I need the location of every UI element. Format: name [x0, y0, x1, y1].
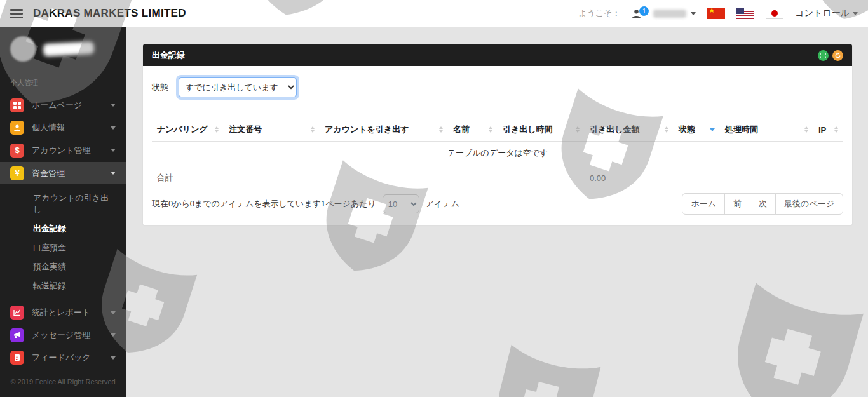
sidebar-item-label: 資金管理: [32, 168, 65, 179]
column-header-processing-time[interactable]: 処理時間: [720, 118, 813, 142]
sidebar-section-label: 个人管理: [0, 69, 126, 94]
column-header-name[interactable]: 名前: [448, 118, 498, 142]
chevron-down-icon: [111, 356, 116, 360]
sort-icon: [489, 126, 492, 133]
sort-desc-active-icon: [710, 128, 715, 131]
avatar: [10, 36, 36, 62]
welcome-label: ようこそ：: [578, 8, 620, 19]
hamburger-menu-icon[interactable]: [10, 9, 23, 18]
controls-dropdown[interactable]: コントロール: [795, 8, 858, 19]
table-empty-row: テーブルのデータは空です: [152, 142, 843, 165]
sort-icon: [834, 126, 838, 133]
empty-table-message: テーブルのデータは空です: [152, 142, 843, 165]
column-header-order-number[interactable]: 注文番号: [224, 118, 320, 142]
brand-title: DAKRAS MARKETS LIMITED: [33, 7, 186, 20]
column-header-ip[interactable]: IP: [813, 118, 843, 142]
username-redacted: [653, 10, 686, 18]
total-amount: 0.00: [585, 165, 674, 191]
status-filter-label: 状態: [152, 82, 168, 93]
submenu-item-deposit-results[interactable]: 預金実績: [0, 257, 126, 276]
refresh-icon[interactable]: [832, 50, 843, 61]
chevron-down-icon: [111, 104, 116, 107]
sort-icon: [439, 126, 443, 133]
china-flag[interactable]: ★: [707, 8, 725, 19]
dollar-icon: $: [10, 144, 24, 158]
user-icon: [10, 121, 24, 135]
chevron-down-icon: [111, 311, 116, 314]
sidebar-item-label: 統計とレポート: [32, 307, 90, 318]
sidebar-item-label: フィードバック: [32, 352, 91, 363]
profile-name-redacted: [43, 41, 95, 57]
sidebar-item-label: ホームページ: [32, 100, 82, 111]
chevron-down-icon: [111, 149, 116, 152]
sidebar-item-statistics-reports[interactable]: 統計とレポート: [0, 301, 126, 324]
submenu-item-transfer-records[interactable]: 転送記録: [0, 276, 126, 295]
notification-badge: 1: [639, 6, 649, 16]
navbar-right: ようこそ： 1 ★ コントロール: [578, 8, 858, 19]
column-header-numbering[interactable]: ナンバリング: [152, 118, 224, 142]
user-menu[interactable]: 1: [632, 9, 696, 18]
status-filter-select[interactable]: すでに引き出しています: [179, 77, 297, 97]
pagination-row: 現在0から0までのアイテムを表示しています1ページあたり 10 アイテム ホーム…: [152, 193, 843, 215]
next-page-button[interactable]: 次: [750, 193, 776, 215]
sidebar-item-account-management[interactable]: $ アカウント管理: [0, 139, 126, 162]
last-page-button[interactable]: 最後のページ: [775, 193, 843, 215]
sort-icon: [215, 126, 219, 133]
copyright-text: © 2019 Fenice All Right Reserved: [0, 369, 126, 397]
main-content: 出金記録 状態 すでに引き出しています: [126, 27, 868, 397]
submenu-item-account-deposit[interactable]: 口座預金: [0, 238, 126, 257]
sidebar-item-label: メッセージ管理: [32, 330, 90, 341]
chevron-down-icon: [111, 172, 116, 175]
expand-icon[interactable]: [818, 50, 829, 61]
page-size-select[interactable]: 10: [383, 194, 419, 213]
chevron-down-icon: [111, 333, 116, 337]
withdrawal-records-table: ナンバリング 注文番号 アカウントを引き出す 名前 引き出し時間 引き出し金額 …: [152, 118, 843, 191]
status-filter-row: 状態 すでに引き出しています: [152, 77, 843, 97]
withdrawal-records-panel: 出金記録 状態 すでに引き出しています: [143, 44, 852, 225]
japan-flag[interactable]: [766, 8, 783, 19]
panel-body: 状態 すでに引き出しています ナンバリング 注文番号 アカウントを: [143, 66, 852, 225]
chart-icon: [10, 306, 24, 320]
yen-icon: ¥: [10, 166, 24, 180]
chevron-down-icon: [853, 12, 858, 15]
chevron-down-icon: [111, 126, 116, 130]
column-header-withdrawal-time[interactable]: 引き出し時間: [498, 118, 585, 142]
column-header-status[interactable]: 状態: [674, 118, 720, 142]
first-page-button[interactable]: ホーム: [682, 193, 725, 215]
sidebar-item-homepage[interactable]: ホームページ: [0, 94, 126, 117]
chevron-down-icon: [691, 12, 696, 15]
total-label: 合計: [152, 165, 224, 191]
sidebar: 个人管理 ホームページ 個人情報 $ アカウント管理 ¥ 資金管理: [0, 27, 126, 397]
feedback-icon: [10, 351, 24, 365]
sidebar-item-funds-management[interactable]: ¥ 資金管理: [0, 162, 126, 185]
apps-icon: [10, 98, 24, 112]
pagination-info-prefix: 現在0から0までのアイテムを表示しています1ページあたり: [152, 198, 376, 210]
panel-header: 出金記録: [143, 44, 852, 66]
table-total-row: 合計 0.00: [152, 165, 843, 191]
sidebar-item-label: アカウント管理: [32, 145, 91, 156]
submenu-item-withdrawal-records[interactable]: 出金記録: [0, 219, 126, 238]
profile-block: [0, 27, 126, 69]
panel-tools: [818, 50, 843, 61]
column-header-withdrawal-amount[interactable]: 引き出し金額: [585, 118, 674, 142]
top-navbar: DAKRAS MARKETS LIMITED ようこそ： 1 ★ コントロール: [0, 0, 868, 27]
sort-icon: [804, 126, 808, 133]
megaphone-icon: [10, 328, 24, 342]
pagination-info-suffix: アイテム: [426, 198, 459, 210]
submenu-item-account-withdrawal[interactable]: アカウントの引き出し: [0, 189, 126, 219]
panel-title: 出金記録: [152, 50, 185, 61]
sidebar-item-personal-info[interactable]: 個人情報: [0, 117, 126, 140]
prev-page-button[interactable]: 前: [724, 193, 750, 215]
pager-button-group: ホーム 前 次 最後のページ: [682, 193, 843, 215]
sort-icon: [665, 126, 668, 133]
sidebar-item-feedback[interactable]: フィードバック: [0, 346, 126, 369]
sort-icon: [576, 126, 580, 133]
sidebar-item-label: 個人情報: [32, 122, 65, 133]
sort-icon: [311, 126, 315, 133]
funds-submenu: アカウントの引き出し 出金記録 口座預金 預金実績 転送記録: [0, 184, 126, 301]
controls-label: コントロール: [795, 8, 850, 19]
column-header-withdraw-account[interactable]: アカウントを引き出す: [320, 118, 448, 142]
sidebar-item-message-management[interactable]: メッセージ管理: [0, 324, 126, 347]
usa-flag[interactable]: [736, 8, 754, 19]
